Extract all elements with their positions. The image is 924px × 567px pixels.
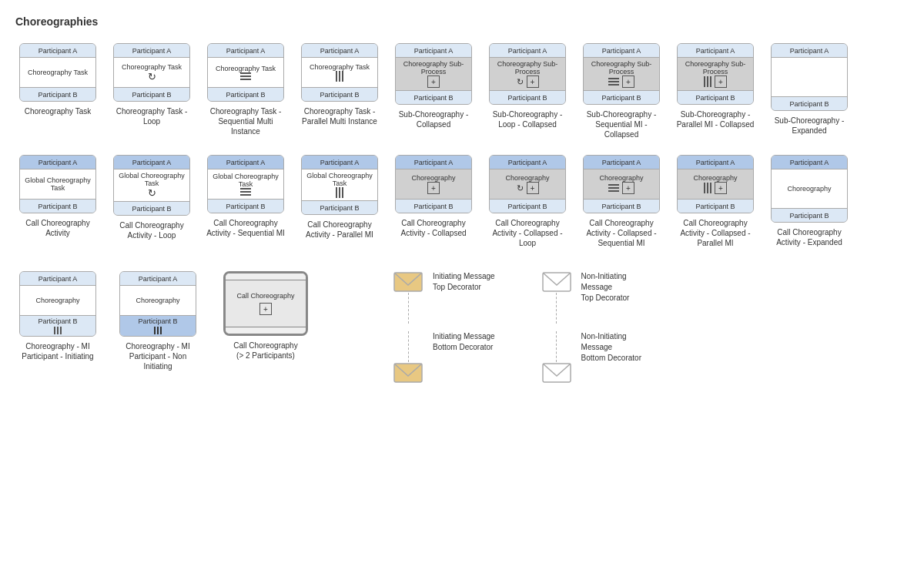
participant-bottom: Participant B xyxy=(678,90,753,104)
participant-top: Participant A xyxy=(114,156,189,169)
participant-bottom: Participant B xyxy=(208,199,283,213)
participant-top: Participant A xyxy=(678,156,753,169)
item-label: Call Choreography Activity - Sequential … xyxy=(203,218,288,238)
initiating-column: Initiating MessageTop Decorator Initiati… xyxy=(393,271,495,384)
middle-area: Global Choreography Task ↻ xyxy=(114,169,189,201)
item-label: Choreography Task xyxy=(25,106,92,116)
item-call-choro-activity: Participant A Global Choreography Task P… xyxy=(15,155,100,248)
middle-area xyxy=(772,58,847,96)
participant-bottom: Participant B xyxy=(114,201,189,215)
middle-area: Global Choreography Task xyxy=(20,169,95,199)
choro-shape-call-loop: Participant A Global Choreography Task ↻… xyxy=(113,155,190,216)
svg-rect-2 xyxy=(543,273,571,291)
msg-noninit-bot-icon-col xyxy=(541,331,572,384)
participant-top: Participant A xyxy=(772,44,847,58)
msg-noninit-top: Non-Initiating MessageTop Decorator xyxy=(541,271,658,324)
envelope-init-top-icon xyxy=(393,271,424,293)
participant-bottom: Participant B xyxy=(396,90,471,104)
item-call-choro-par: Participant A Global Choreography Task P… xyxy=(297,155,382,248)
choro-shape-call-par: Participant A Global Choreography Task P… xyxy=(301,155,378,215)
choro-shape-task: Participant A Choreography Task Particip… xyxy=(19,43,96,102)
participant-top: Participant A xyxy=(584,156,659,169)
middle-area: Choreography xyxy=(120,286,196,315)
choro-shape-par: Participant A Choreography Task Particip… xyxy=(301,43,378,102)
page-title: Choreographies xyxy=(15,15,909,28)
noninitiating-column: Non-Initiating MessageTop Decorator Non-… xyxy=(541,271,658,384)
item-call-choro-collapsed-loop: Participant A Choreography ↻ + Participa… xyxy=(485,155,570,248)
item-label: Sub-Choreography - Sequential MI - Colla… xyxy=(579,109,664,139)
envelope-noninit-top-icon xyxy=(541,271,572,293)
item-choro-task-par: Participant A Choreography Task Particip… xyxy=(297,43,382,139)
msg-label-noninit-bot: Non-Initiating MessageBottom Decorator xyxy=(581,331,658,364)
item-choro-task-seq: Participant A Choreography Task Particip… xyxy=(203,43,288,139)
dashed-line-noninit-bot xyxy=(556,331,557,362)
item-choro-mi-init: Participant A Choreography Participant B… xyxy=(15,271,100,361)
call-choro-top xyxy=(226,273,306,280)
item-call-choro-loop: Participant A Global Choreography Task ↻… xyxy=(109,155,194,248)
bottom-section: Participant A Choreography Participant B… xyxy=(15,271,909,384)
choro-shape-seq: Participant A Choreography Task Particip… xyxy=(207,43,284,102)
middle-area: Global Choreography Task xyxy=(302,169,377,200)
item-call-choro-collapsed-par: Participant A Choreography + Participant… xyxy=(673,155,758,248)
participant-bottom: Participant B xyxy=(20,87,95,101)
item-label: Call Choreography Activity xyxy=(15,218,100,238)
choro-shape-call-collapsed-seq: Participant A Choreography + Participant… xyxy=(583,155,660,213)
participant-bottom: Participant B xyxy=(20,199,95,213)
middle-area: Choreography Task ↻ xyxy=(114,58,189,87)
item-sub-choro-collapsed: Participant A Choreography Sub-Process +… xyxy=(391,43,476,139)
participant-bottom: Participant B xyxy=(208,87,283,101)
participant-top: Participant A xyxy=(120,272,196,286)
participant-top: Participant A xyxy=(302,44,377,58)
item-call-choro-expanded: Participant A Choreography Participant B… xyxy=(767,155,852,248)
participant-bottom: Participant B xyxy=(584,199,659,213)
svg-rect-3 xyxy=(543,364,571,382)
middle-area: Choreography xyxy=(772,169,847,208)
msg-init-bot-icon-col xyxy=(393,331,424,384)
participant-top: Participant A xyxy=(584,44,659,58)
middle-area: Choreography Sub-Process + xyxy=(584,58,659,90)
row-1: Participant A Choreography Task Particip… xyxy=(15,43,909,139)
item-label: Call Choreography Activity - Collapsed xyxy=(391,218,476,238)
middle-area: Choreography Task xyxy=(208,58,283,87)
msg-label-init-top: Initiating MessageTop Decorator xyxy=(433,271,495,293)
participant-top: Participant A xyxy=(396,44,471,58)
item-choro-task: Participant A Choreography Task Particip… xyxy=(15,43,100,139)
participant-top: Participant A xyxy=(490,156,565,169)
msg-noninit-top-icon-col xyxy=(541,271,572,324)
middle-area: Choreography + xyxy=(584,169,659,199)
item-label: Choreography - MI Participant - Non Init… xyxy=(116,341,200,371)
item-label: Choreography Task - Parallel Multi Insta… xyxy=(297,106,382,126)
participant-bottom: Participant B xyxy=(490,199,565,213)
item-choro-task-loop: Participant A Choreography Task ↻ Partic… xyxy=(109,43,194,139)
envelope-init-bot-icon xyxy=(393,362,424,384)
item-label: Call Choreography Activity - Collapsed -… xyxy=(673,218,758,248)
item-label: Sub-Choreography - Collapsed xyxy=(391,109,476,129)
item-label: Call Choreography(> 2 Participants) xyxy=(233,341,297,361)
participant-top: Participant A xyxy=(20,44,95,58)
participant-top: Participant A xyxy=(20,156,95,169)
middle-area: Choreography Sub-Process ↻ + xyxy=(490,58,565,90)
participant-top: Participant A xyxy=(20,272,95,286)
participant-bottom: Participant B xyxy=(490,90,565,104)
item-label: Choreography Task - Loop xyxy=(109,106,194,126)
choro-shape-call-seq: Participant A Global Choreography Task P… xyxy=(207,155,284,213)
dashed-line-init-bot xyxy=(408,331,409,362)
participant-bottom: Participant B xyxy=(20,315,95,336)
choro-shape-sub-seq: Participant A Choreography Sub-Process +… xyxy=(583,43,660,105)
participant-top: Participant A xyxy=(490,44,565,58)
middle-area: Global Choreography Task xyxy=(208,169,283,199)
item-label: Choreography - MI Participant - Initiati… xyxy=(15,341,100,361)
item-label: Sub-Choreography - Expanded xyxy=(767,116,852,136)
msg-init-top: Initiating MessageTop Decorator xyxy=(393,271,495,324)
choro-shape-loop: Participant A Choreography Task ↻ Partic… xyxy=(113,43,190,102)
choreographies-section: Participant A Choreography Task Particip… xyxy=(15,43,909,384)
item-sub-choro-loop-collapsed: Participant A Choreography Sub-Process ↻… xyxy=(485,43,570,139)
middle-area: Choreography + xyxy=(678,169,753,199)
middle-area: Choreography Sub-Process + xyxy=(678,58,753,90)
participant-bottom: Participant B xyxy=(772,96,847,110)
participant-top: Participant A xyxy=(772,156,847,169)
participant-top: Participant A xyxy=(114,44,189,58)
middle-area: Choreography Task xyxy=(302,58,377,87)
middle-area: Choreography xyxy=(20,286,95,315)
participant-bottom: Participant B xyxy=(678,199,753,213)
